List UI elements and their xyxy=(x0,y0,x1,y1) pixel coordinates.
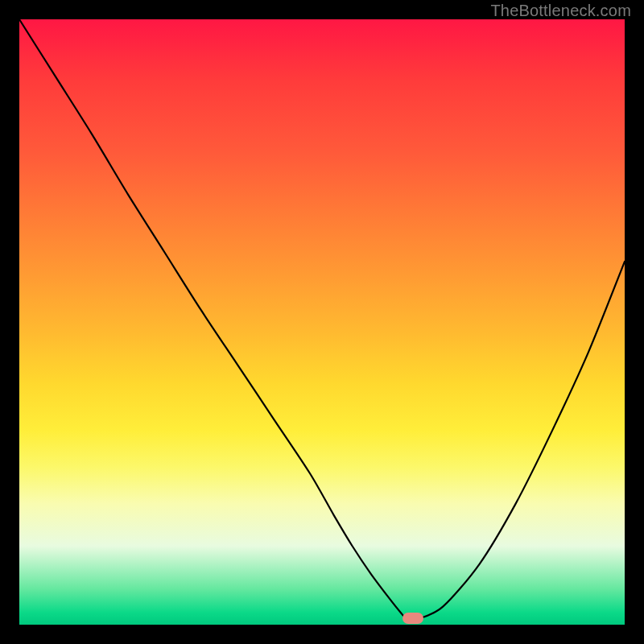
watermark-text: TheBottleneck.com xyxy=(490,2,631,20)
optimal-point-marker xyxy=(402,613,423,624)
chart-plot-area xyxy=(19,19,625,625)
bottleneck-curve-line xyxy=(19,19,625,620)
bottleneck-curve-svg xyxy=(19,19,625,625)
